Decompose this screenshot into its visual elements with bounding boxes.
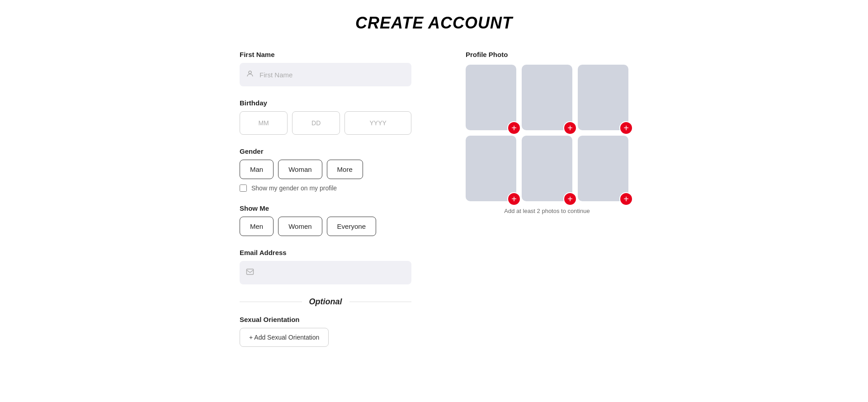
photo-hint: Add at least 2 photos to continue <box>466 208 628 214</box>
birthday-yyyy[interactable]: YYYY <box>344 111 411 135</box>
photo-slot-2: + <box>522 65 572 130</box>
profile-photo-label: Profile Photo <box>466 51 628 58</box>
show-me-group: Show Me Men Women Everyone <box>240 204 411 236</box>
first-name-label: First Name <box>240 51 411 58</box>
gender-toggle-group: Man Woman More <box>240 160 411 179</box>
photo-slot-6: + <box>578 136 628 201</box>
photo-add-btn-4[interactable]: + <box>507 192 521 206</box>
form-layout: First Name Birthday MM DD <box>0 51 868 359</box>
photo-slot-4: + <box>466 136 516 201</box>
divider-right <box>349 302 412 302</box>
photo-slot-1: + <box>466 65 516 130</box>
svg-point-0 <box>249 71 251 74</box>
photo-add-btn-1[interactable]: + <box>507 121 521 135</box>
gender-more-btn[interactable]: More <box>327 160 363 179</box>
photo-slot-3: + <box>578 65 628 130</box>
show-men-btn[interactable]: Men <box>240 217 274 236</box>
birthday-group: Birthday MM DD YYYY <box>240 99 411 135</box>
optional-divider: Optional <box>240 297 411 307</box>
add-sexual-orientation-btn[interactable]: + Add Sexual Orientation <box>240 328 329 347</box>
email-label: Email Address <box>240 249 411 256</box>
svg-rect-1 <box>247 269 254 274</box>
show-everyone-btn[interactable]: Everyone <box>327 217 376 236</box>
email-input[interactable] <box>259 269 405 277</box>
first-name-input[interactable] <box>259 71 405 79</box>
email-icon <box>246 268 254 278</box>
photo-slot-5: + <box>522 136 572 201</box>
birthday-dd[interactable]: DD <box>292 111 340 135</box>
first-name-group: First Name <box>240 51 411 86</box>
email-group: Email Address <box>240 249 411 284</box>
person-icon <box>246 70 254 80</box>
page-title: CREATE ACCOUNT <box>0 14 868 33</box>
sexual-orientation-group: Sexual Orientation + Add Sexual Orientat… <box>240 316 411 347</box>
gender-show-checkbox[interactable] <box>240 184 247 192</box>
photo-add-btn-3[interactable]: + <box>619 121 633 135</box>
show-women-btn[interactable]: Women <box>278 217 322 236</box>
form-left: First Name Birthday MM DD <box>240 51 411 359</box>
photo-add-btn-6[interactable]: + <box>619 192 633 206</box>
optional-label: Optional <box>309 297 342 307</box>
first-name-input-wrapper <box>240 63 411 86</box>
photo-grid: + + + + + + <box>466 65 628 201</box>
gender-checkbox-label: Show my gender on my profile <box>251 184 337 192</box>
add-orientation-label: + Add Sexual Orientation <box>249 334 319 341</box>
gender-group: Gender Man Woman More Show my gender on … <box>240 147 411 192</box>
photo-add-btn-2[interactable]: + <box>563 121 577 135</box>
divider-left <box>240 302 302 302</box>
birthday-label: Birthday <box>240 99 411 107</box>
page-container: CREATE ACCOUNT First Name <box>0 0 868 402</box>
email-input-wrapper <box>240 261 411 284</box>
sexual-orientation-label: Sexual Orientation <box>240 316 411 323</box>
show-me-label: Show Me <box>240 204 411 212</box>
show-me-toggle-group: Men Women Everyone <box>240 217 411 236</box>
gender-label: Gender <box>240 147 411 155</box>
birthday-row: MM DD YYYY <box>240 111 411 135</box>
birthday-mm[interactable]: MM <box>240 111 288 135</box>
gender-checkbox-row: Show my gender on my profile <box>240 184 411 192</box>
gender-woman-btn[interactable]: Woman <box>278 160 322 179</box>
gender-man-btn[interactable]: Man <box>240 160 274 179</box>
form-right: Profile Photo + + + + + + <box>466 51 628 214</box>
photo-add-btn-5[interactable]: + <box>563 192 577 206</box>
